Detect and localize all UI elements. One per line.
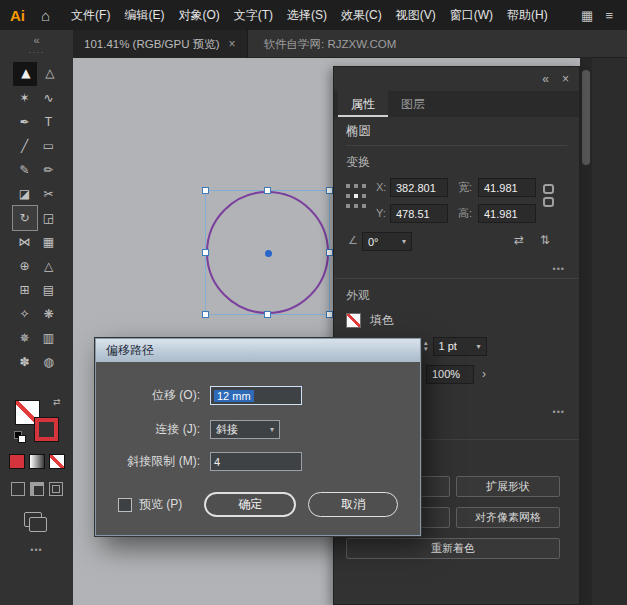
- scale-tool[interactable]: ◲: [37, 206, 61, 230]
- menu-window[interactable]: 窗口(W): [443, 0, 500, 30]
- menu-select[interactable]: 选择(S): [280, 0, 334, 30]
- reference-point-selector[interactable]: [346, 184, 366, 208]
- rectangle-tool[interactable]: ▭: [37, 134, 61, 158]
- color-button[interactable]: [9, 454, 25, 469]
- lasso-tool[interactable]: ∿: [37, 86, 61, 110]
- panel-close-icon[interactable]: ×: [562, 72, 569, 86]
- offset-input[interactable]: 12 mm: [210, 386, 302, 405]
- selection-handle[interactable]: [202, 311, 209, 318]
- toolbar-more-icon[interactable]: •••: [0, 545, 73, 555]
- dialog-title-bar[interactable]: 偏移路径: [96, 339, 420, 362]
- preview-label: 预览 (P): [139, 496, 182, 513]
- selection-handle[interactable]: [202, 187, 209, 194]
- panel-collapse-icon[interactable]: «: [542, 72, 549, 86]
- selection-handle[interactable]: [326, 187, 333, 194]
- ok-button[interactable]: 确定: [204, 492, 296, 517]
- gradient-button[interactable]: [29, 454, 45, 469]
- opacity-field[interactable]: 100%: [426, 365, 474, 384]
- eyedropper-tool[interactable]: ✧: [13, 302, 37, 326]
- width-input[interactable]: [478, 178, 536, 197]
- tab-close-icon[interactable]: ×: [228, 37, 235, 51]
- eraser-tool[interactable]: ◪: [13, 182, 37, 206]
- selection-handle[interactable]: [202, 249, 209, 256]
- line-tool[interactable]: ╱: [13, 134, 37, 158]
- menu-view[interactable]: 视图(V): [389, 0, 443, 30]
- expand-shape-button[interactable]: 扩展形状: [456, 476, 560, 497]
- zoom-tool-icon: ◍: [43, 355, 53, 369]
- link-dimensions-icon[interactable]: [543, 184, 554, 207]
- scrollbar[interactable]: [580, 58, 592, 605]
- column-graph-tool[interactable]: ▥: [37, 326, 61, 350]
- app-logo[interactable]: Ai: [10, 7, 25, 24]
- hand-tool[interactable]: ✽: [13, 350, 37, 374]
- toolbar-grip[interactable]: ····: [0, 48, 73, 58]
- menu-edit[interactable]: 编辑(E): [117, 0, 171, 30]
- preview-checkbox[interactable]: [118, 498, 132, 512]
- free-transform-tool[interactable]: ▦: [37, 230, 61, 254]
- width-tool[interactable]: ⋈: [13, 230, 37, 254]
- menu-help[interactable]: 帮助(H): [500, 0, 555, 30]
- magic-wand-tool[interactable]: ✶: [13, 86, 37, 110]
- type-tool[interactable]: T: [37, 110, 61, 134]
- screen-mode-button[interactable]: [24, 512, 42, 527]
- shape-builder-tool[interactable]: ⊕: [13, 254, 37, 278]
- scrollbar-thumb[interactable]: [582, 70, 590, 165]
- y-input[interactable]: [390, 204, 448, 223]
- stroke-weight-select[interactable]: 1 pt ▾: [433, 337, 487, 356]
- symbol-sprayer-tool[interactable]: ✵: [13, 326, 37, 350]
- tab-layers[interactable]: 图层: [388, 91, 438, 117]
- toolbar-collapse-icon[interactable]: «: [0, 30, 73, 48]
- selection-handle[interactable]: [326, 249, 333, 256]
- perspective-grid-tool[interactable]: △: [37, 254, 61, 278]
- scissors-tool[interactable]: ✂: [37, 182, 61, 206]
- selection-handle[interactable]: [264, 311, 271, 318]
- miter-row: 斜接限制 (M): 4: [96, 452, 420, 471]
- panel-menu-icon[interactable]: ≡: [605, 8, 613, 23]
- gradient-tool[interactable]: ▤: [37, 278, 61, 302]
- menu-file[interactable]: 文件(F): [64, 0, 117, 30]
- rotation-select[interactable]: 0° ▾: [362, 232, 412, 251]
- stroke-swatch[interactable]: [34, 417, 59, 442]
- paintbrush-tool[interactable]: ✎: [13, 158, 37, 182]
- menu-object[interactable]: 对象(O): [171, 0, 226, 30]
- swap-fill-stroke-icon[interactable]: ⇄: [53, 397, 61, 407]
- fill-color-swatch[interactable]: [346, 313, 361, 328]
- center-anchor[interactable]: [265, 250, 272, 257]
- flip-horizontal-icon[interactable]: ⇄: [514, 233, 524, 247]
- document-tab[interactable]: 101.41% (RGB/GPU 预览) ×: [73, 30, 248, 58]
- recolor-button[interactable]: 重新着色: [346, 538, 560, 559]
- dialog-body: 位移 (O): 12 mm 连接 (J): 斜接 ▾ 斜接限制 (M): 4: [96, 362, 420, 536]
- transform-more-icon[interactable]: •••: [346, 264, 565, 276]
- draw-inside-button[interactable]: [49, 482, 63, 496]
- default-swatches-icon[interactable]: [14, 431, 26, 443]
- zoom-tool[interactable]: ◍: [37, 350, 61, 374]
- draw-behind-button[interactable]: [30, 482, 44, 496]
- menu-effect[interactable]: 效果(C): [334, 0, 389, 30]
- rotate-tool[interactable]: ↻: [13, 206, 37, 230]
- selection-handle[interactable]: [326, 311, 333, 318]
- pencil-tool[interactable]: ✏: [37, 158, 61, 182]
- blend-tool[interactable]: ❋: [37, 302, 61, 326]
- home-icon[interactable]: ⌂: [41, 7, 50, 24]
- x-input[interactable]: [390, 178, 448, 197]
- height-input[interactable]: [478, 204, 536, 223]
- cancel-button[interactable]: 取消: [308, 492, 398, 517]
- selection-tool[interactable]: ▶: [13, 62, 37, 86]
- tab-properties[interactable]: 属性: [338, 91, 388, 117]
- direct-selection-tool[interactable]: ▷: [37, 62, 61, 86]
- miter-input[interactable]: 4: [210, 452, 302, 471]
- join-select[interactable]: 斜接 ▾: [210, 420, 280, 439]
- mesh-tool[interactable]: ⊞: [13, 278, 37, 302]
- workspace-icon[interactable]: ▦: [581, 8, 593, 23]
- stroke-weight-stepper[interactable]: ▴ ▾: [424, 340, 428, 352]
- pen-tool[interactable]: ✒: [13, 110, 37, 134]
- selection-bounding-box[interactable]: [205, 190, 330, 315]
- none-button[interactable]: [49, 454, 65, 469]
- align-pixel-grid-button[interactable]: 对齐像素网格: [456, 507, 560, 528]
- menu-type[interactable]: 文字(T): [227, 0, 280, 30]
- draw-normal-button[interactable]: [11, 482, 25, 496]
- selection-handle[interactable]: [264, 187, 271, 194]
- opacity-options-icon[interactable]: ›: [482, 367, 486, 381]
- stepper-down-icon[interactable]: ▾: [424, 346, 428, 352]
- flip-vertical-icon[interactable]: ⇅: [540, 233, 550, 247]
